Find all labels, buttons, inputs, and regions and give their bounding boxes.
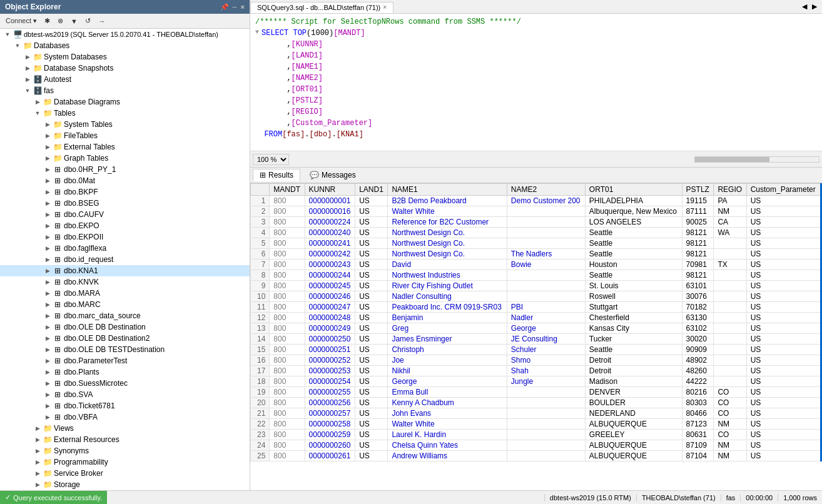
expand-storage-icon[interactable]: ▶ bbox=[33, 480, 43, 490]
col-header-custom[interactable]: Custom_Parameter bbox=[746, 184, 821, 196]
results-tab-results[interactable]: ⊞ Results bbox=[253, 169, 300, 181]
filter-button[interactable]: ▼ bbox=[68, 16, 81, 27]
new-query-button[interactable]: ✱ bbox=[41, 15, 53, 27]
sql-collapse-btn[interactable]: ▼ bbox=[255, 28, 259, 39]
table-row[interactable]: 158000000000251USChristophSchulerSeattle… bbox=[251, 345, 821, 355]
expand-knvk-icon[interactable]: ▶ bbox=[43, 277, 53, 287]
expand-ext-resources-icon[interactable]: ▶ bbox=[33, 435, 43, 445]
table-row[interactable]: 48000000000240USNorthwest Design Co.Seat… bbox=[251, 228, 821, 238]
expand-sysdb-icon[interactable]: ▶ bbox=[23, 52, 33, 62]
table-row[interactable]: 28000000000016USWalter WhiteAlbuquerque,… bbox=[251, 206, 821, 217]
zoom-select[interactable]: 100 % 75 % 50 % bbox=[253, 154, 289, 165]
tree-graph-tables[interactable]: ▶ 📁 Graph Tables bbox=[0, 153, 250, 164]
tree-table-param[interactable]: ▶ ⊞ dbo.ParameterTest bbox=[0, 355, 250, 366]
tree-table-plants[interactable]: ▶ ⊞ dbo.Plants bbox=[0, 366, 250, 378]
tree-table-marc-data[interactable]: ▶ ⊞ dbo.marc_data_source bbox=[0, 310, 250, 321]
tree-programmability[interactable]: ▶ 📁 Programmability bbox=[0, 456, 250, 468]
connect-button[interactable]: Connect ▾ bbox=[3, 15, 40, 27]
expand-faglflexa-icon[interactable]: ▶ bbox=[43, 243, 53, 253]
tree-table-knvk[interactable]: ▶ ⊞ dbo.KNVK bbox=[0, 276, 250, 288]
table-row[interactable]: 128000000000248USBenjaminNadlerChesterfi… bbox=[251, 313, 821, 323]
tree-table-ole-test[interactable]: ▶ ⊞ dbo.OLE DB TESTDestination bbox=[0, 344, 250, 355]
tree-table-bkpf[interactable]: ▶ ⊞ dbo.BKPF bbox=[0, 186, 250, 198]
table-row[interactable]: 218000000000257USJohn EvansNEDERLAND8046… bbox=[251, 408, 821, 419]
tree-server[interactable]: ▼ 🖥️ dbtest-ws2019 (SQL Server 15.0.2070… bbox=[0, 29, 250, 40]
tree-table-ticket[interactable]: ▶ ⊞ dbo.Ticket6781 bbox=[0, 400, 250, 411]
tree-db-snapshots[interactable]: ▶ 📁 Database Snapshots bbox=[0, 63, 250, 74]
table-row[interactable]: 198000000000255USEmma BullDENVER80216COU… bbox=[251, 387, 821, 398]
expand-server-icon[interactable]: ▼ bbox=[3, 29, 13, 39]
tree-storage[interactable]: ▶ 📁 Storage bbox=[0, 479, 250, 490]
tree-service-broker[interactable]: ▶ 📁 Service Broker bbox=[0, 468, 250, 479]
expand-external-tables-icon[interactable]: ▶ bbox=[43, 142, 53, 152]
expand-graph-tables-icon[interactable]: ▶ bbox=[43, 153, 53, 163]
table-row[interactable]: 208000000000256USKenny A ChadbumBOULDER8… bbox=[251, 398, 821, 408]
expand-ticket-icon[interactable]: ▶ bbox=[43, 401, 53, 411]
table-row[interactable]: 58000000000241USNorthwest Design Co.Seat… bbox=[251, 238, 821, 249]
expand-sva-icon[interactable]: ▶ bbox=[43, 390, 53, 400]
col-header-name2[interactable]: NAME2 bbox=[507, 184, 585, 196]
tree-table-faglflexa[interactable]: ▶ ⊞ dbo.faglflexa bbox=[0, 243, 250, 254]
tree-views[interactable]: ▶ 📁 Views bbox=[0, 423, 250, 434]
expand-prog-icon[interactable]: ▶ bbox=[33, 457, 43, 467]
table-row[interactable]: 118000000000247USPeakboard Inc. CRM 0919… bbox=[251, 302, 821, 313]
sql-editor[interactable]: /****** Script for SelectTopNRows comman… bbox=[250, 14, 822, 151]
expand-vbfa-icon[interactable]: ▶ bbox=[43, 412, 53, 422]
expand-bkpf-icon[interactable]: ▶ bbox=[43, 187, 53, 197]
oe-pin-icon[interactable]: 📌 bbox=[220, 3, 229, 11]
expand-file-tables-icon[interactable]: ▶ bbox=[43, 131, 53, 141]
table-row[interactable]: 38000000000224USReference for B2C Custom… bbox=[251, 217, 821, 228]
tree-ext-resources[interactable]: ▶ 📁 External Resources bbox=[0, 434, 250, 445]
col-header-regio[interactable]: REGIO bbox=[714, 184, 746, 196]
expand-caufv-icon[interactable]: ▶ bbox=[43, 209, 53, 219]
table-row[interactable]: 88000000000244USNorthwest IndustriesSeat… bbox=[251, 270, 821, 281]
expand-kna1-icon[interactable]: ▶ bbox=[43, 266, 53, 276]
expand-bseg-icon[interactable]: ▶ bbox=[43, 198, 53, 208]
tree-table-ekpo[interactable]: ▶ ⊞ dbo.EKPO bbox=[0, 220, 250, 231]
expand-ekpoii-icon[interactable]: ▶ bbox=[43, 232, 53, 242]
col-header-kunnr[interactable]: KUNNR bbox=[305, 184, 355, 196]
table-row[interactable]: 18000000000001USB2B Demo PeakboardDemo C… bbox=[251, 196, 821, 206]
expand-ole-test-icon[interactable]: ▶ bbox=[43, 345, 53, 355]
oe-float-icon[interactable]: ↔ bbox=[231, 3, 238, 11]
expand-plants-icon[interactable]: ▶ bbox=[43, 367, 53, 377]
expand-ekpo-icon[interactable]: ▶ bbox=[43, 221, 53, 231]
tree-autotest[interactable]: ▶ 🗄️ Autotest bbox=[0, 74, 250, 85]
results-table-container[interactable]: MANDT KUNNR LAND1 NAME1 NAME2 ORT01 PSTL… bbox=[250, 183, 822, 490]
table-row[interactable]: 238000000000259USLaurel K. HardinGREELEY… bbox=[251, 430, 821, 440]
expand-sys-tables-icon[interactable]: ▶ bbox=[43, 119, 53, 129]
tree-table-marc[interactable]: ▶ ⊞ dbo.MARC bbox=[0, 299, 250, 310]
expand-marc-data-icon[interactable]: ▶ bbox=[43, 311, 53, 321]
expand-synonyms-icon[interactable]: ▶ bbox=[33, 446, 43, 456]
table-row[interactable]: 98000000000245USRiver City Fishing Outle… bbox=[251, 281, 821, 291]
expand-snapshots-icon[interactable]: ▶ bbox=[23, 63, 33, 73]
tab-scroll-left-icon[interactable]: ◀ bbox=[799, 3, 809, 11]
horizontal-scrollbar[interactable] bbox=[694, 156, 819, 163]
table-row[interactable]: 78000000000243USDavidBowieHouston70981TX… bbox=[251, 260, 821, 270]
tree-table-ole-dest2[interactable]: ▶ ⊞ dbo.OLE DB Destination2 bbox=[0, 333, 250, 344]
tree-databases[interactable]: ▼ 📁 Databases bbox=[0, 40, 250, 51]
tree-table-suess[interactable]: ▶ ⊞ dbo.SuessMicrotec bbox=[0, 378, 250, 389]
tree-table-sva[interactable]: ▶ ⊞ dbo.SVA bbox=[0, 389, 250, 400]
expand-0mat-icon[interactable]: ▶ bbox=[43, 176, 53, 186]
table-row[interactable]: 248000000000260USChelsa Quinn YatesALBUQ… bbox=[251, 440, 821, 451]
tree-table-0mat[interactable]: ▶ ⊞ dbo.0Mat bbox=[0, 175, 250, 186]
expand-tables-icon[interactable]: ▼ bbox=[33, 108, 43, 118]
tree-tables[interactable]: ▼ 📁 Tables bbox=[0, 108, 250, 119]
tree-system-db[interactable]: ▶ 📁 System Databases bbox=[0, 51, 250, 63]
expand-databases-icon[interactable]: ▼ bbox=[13, 41, 23, 51]
table-row[interactable]: 258000000000261USAndrew WilliamsALBUQUER… bbox=[251, 451, 821, 461]
tree-table-ole-dest[interactable]: ▶ ⊞ dbo.OLE DB Destination bbox=[0, 321, 250, 333]
expand-views-icon[interactable]: ▶ bbox=[33, 423, 43, 433]
results-tab-messages[interactable]: 💬 Messages bbox=[303, 169, 363, 181]
col-header-pstlz[interactable]: PSTLZ bbox=[682, 184, 714, 196]
expand-ole-dest2-icon[interactable]: ▶ bbox=[43, 333, 53, 343]
disconnect-button[interactable]: ⊗ bbox=[54, 15, 66, 27]
tree-synonyms[interactable]: ▶ 📁 Synonyms bbox=[0, 445, 250, 456]
expand-suess-icon[interactable]: ▶ bbox=[43, 378, 53, 388]
tree-table-mara[interactable]: ▶ ⊞ dbo.MARA bbox=[0, 288, 250, 299]
summary-button[interactable]: → bbox=[95, 16, 108, 27]
expand-fas-icon[interactable]: ▼ bbox=[23, 86, 33, 96]
tree-table-caufv[interactable]: ▶ ⊞ dbo.CAUFV bbox=[0, 209, 250, 220]
tree-file-tables[interactable]: ▶ 📁 FileTables bbox=[0, 130, 250, 141]
